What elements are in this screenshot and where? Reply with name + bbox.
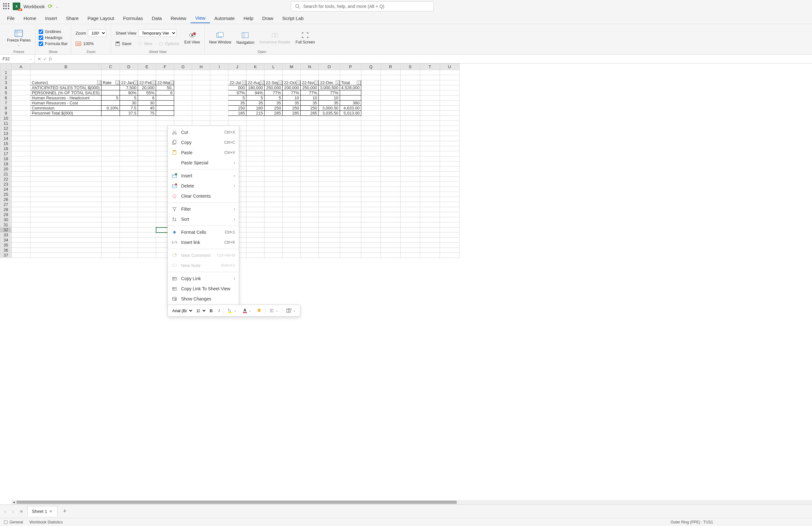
cell[interactable] [361, 126, 381, 131]
cell[interactable] [246, 182, 264, 187]
app-launcher-icon[interactable] [3, 3, 10, 10]
menu-item-view[interactable]: View [191, 13, 210, 23]
cell[interactable]: 50, [156, 85, 174, 90]
cell[interactable] [381, 202, 400, 207]
cell[interactable] [102, 223, 120, 227]
cell[interactable] [440, 192, 459, 197]
cell[interactable] [400, 227, 420, 232]
cell[interactable] [440, 177, 459, 182]
cell[interactable] [381, 223, 400, 227]
cell[interactable] [361, 197, 381, 202]
cell[interactable] [30, 75, 102, 80]
row-header[interactable]: 36 [0, 248, 12, 253]
cell[interactable] [400, 106, 420, 111]
row-header[interactable]: 27 [0, 202, 12, 207]
cell[interactable] [420, 253, 440, 258]
cell[interactable] [138, 197, 156, 202]
cell[interactable] [319, 207, 340, 212]
cell[interactable]: 20,000 [138, 85, 156, 90]
cell[interactable] [400, 141, 420, 146]
cell[interactable] [174, 101, 192, 106]
cell[interactable] [400, 151, 420, 156]
cell[interactable] [282, 197, 301, 202]
cell[interactable] [138, 136, 156, 141]
cell[interactable]: 30 [138, 101, 156, 106]
cell[interactable] [282, 253, 301, 258]
cell[interactable]: 22-Jan⌄ [120, 80, 138, 85]
cell[interactable] [12, 253, 30, 258]
cell[interactable] [174, 75, 192, 80]
cell[interactable] [381, 232, 400, 238]
cell[interactable]: 35 [301, 101, 319, 106]
cell[interactable] [381, 156, 400, 161]
cell[interactable] [361, 111, 381, 116]
cell[interactable] [282, 202, 301, 207]
cell[interactable] [12, 106, 30, 111]
cell[interactable] [102, 207, 120, 212]
cell[interactable] [440, 111, 459, 116]
cell[interactable] [12, 101, 30, 106]
cell[interactable] [246, 136, 264, 141]
cell[interactable] [381, 253, 400, 258]
cell[interactable] [246, 126, 264, 131]
context-menu-copy[interactable]: CopyCtrl+C [168, 137, 239, 147]
cell[interactable] [400, 192, 420, 197]
menu-item-file[interactable]: File [2, 14, 19, 23]
cell[interactable] [264, 232, 282, 238]
cell[interactable] [30, 156, 102, 161]
cell[interactable]: 10 [301, 96, 319, 101]
zoom-select[interactable]: 100% [88, 29, 106, 37]
cell[interactable] [381, 85, 400, 90]
cell[interactable] [381, 131, 400, 136]
cell[interactable] [282, 182, 301, 187]
cell[interactable] [440, 151, 459, 156]
cell[interactable] [400, 136, 420, 141]
cell[interactable]: 94% [246, 90, 264, 96]
column-header[interactable]: C [102, 64, 120, 70]
column-header[interactable]: B [30, 64, 102, 70]
cell[interactable] [102, 101, 120, 106]
all-sheets-button[interactable]: ≡ [18, 507, 25, 516]
cell[interactable] [30, 70, 102, 75]
filter-dropdown-icon[interactable]: ⌄ [278, 81, 282, 85]
cell[interactable] [120, 187, 138, 192]
column-header[interactable]: G [174, 64, 192, 70]
cell[interactable] [12, 121, 30, 126]
cell[interactable] [400, 121, 420, 126]
cell[interactable] [264, 172, 282, 177]
cell[interactable] [138, 167, 156, 172]
cell[interactable] [102, 75, 120, 80]
cell[interactable]: Human Resources - Cost [30, 101, 102, 106]
cell[interactable] [440, 126, 459, 131]
cell[interactable] [138, 146, 156, 151]
cell[interactable] [340, 238, 361, 243]
cell[interactable] [319, 202, 340, 207]
cell[interactable] [400, 223, 420, 227]
row-header[interactable]: 17 [0, 151, 12, 156]
cell[interactable] [264, 248, 282, 253]
cell[interactable] [282, 227, 301, 232]
cell[interactable] [340, 90, 361, 96]
cell[interactable] [228, 116, 246, 121]
cell[interactable] [420, 232, 440, 238]
menu-item-draw[interactable]: Draw [258, 14, 278, 23]
cell[interactable] [12, 187, 30, 192]
row-header[interactable]: 32 [0, 227, 12, 232]
title-dropdown-icon[interactable]: ⌄ [56, 5, 58, 8]
row-header[interactable]: 37 [0, 253, 12, 258]
add-sheet-button[interactable]: + [60, 506, 70, 516]
cell[interactable] [30, 131, 102, 136]
cell[interactable] [301, 243, 319, 248]
cell[interactable] [420, 182, 440, 187]
cell[interactable] [381, 167, 400, 172]
cell[interactable] [319, 227, 340, 232]
cell[interactable] [361, 253, 381, 258]
cell[interactable] [138, 121, 156, 126]
row-header[interactable]: 5 [0, 90, 12, 96]
cell[interactable]: 35 [319, 101, 340, 106]
cell[interactable] [246, 192, 264, 197]
cell[interactable] [400, 161, 420, 167]
cell[interactable]: 30 [120, 101, 138, 106]
cell[interactable] [319, 167, 340, 172]
workbook-stats-button[interactable]: Workbook Statistics [29, 520, 63, 524]
